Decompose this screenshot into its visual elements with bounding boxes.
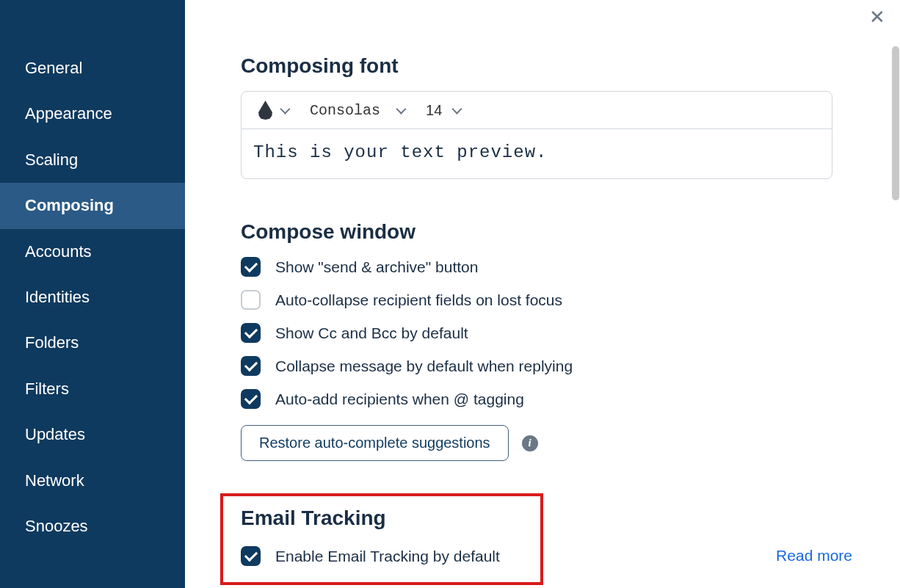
section-title-email-tracking: Email Tracking — [241, 507, 523, 530]
option-label: Auto-add recipients when @ tagging — [275, 391, 524, 408]
restore-autocomplete-button[interactable]: Restore auto-complete suggestions — [241, 425, 509, 461]
font-family-value: Consolas — [310, 102, 380, 119]
checkbox[interactable] — [241, 257, 261, 277]
sidebar-item-snoozes[interactable]: Snoozes — [0, 504, 185, 549]
sidebar-item-label: Folders — [25, 333, 79, 352]
sidebar-item-folders[interactable]: Folders — [0, 320, 185, 366]
option-auto-add-recipients: Auto-add recipients when @ tagging — [241, 389, 882, 409]
sidebar-item-scaling[interactable]: Scaling — [0, 137, 185, 183]
checkbox[interactable] — [241, 389, 261, 409]
settings-main: Composing font Consolas 14 This is your … — [185, 0, 890, 588]
email-tracking-highlight: Email Tracking Enable Email Tracking by … — [220, 493, 543, 585]
option-send-archive: Show "send & archive" button — [241, 257, 882, 277]
read-more-link[interactable]: Read more — [776, 547, 852, 564]
sidebar-item-label: Appearance — [25, 104, 112, 123]
settings-sidebar: General Appearance Scaling Composing Acc… — [0, 0, 185, 588]
option-label: Collapse message by default when replyin… — [275, 357, 573, 375]
close-icon[interactable]: ✕ — [869, 6, 885, 29]
ink-drop-icon — [258, 101, 273, 120]
chevron-down-icon — [396, 104, 406, 115]
sidebar-item-filters[interactable]: Filters — [0, 366, 185, 412]
sidebar-item-label: Filters — [25, 380, 69, 398]
section-title-composing-font: Composing font — [241, 54, 882, 78]
sidebar-item-label: Accounts — [25, 242, 92, 261]
sidebar-item-composing[interactable]: Composing — [0, 183, 185, 228]
font-settings-box: Consolas 14 This is your text preview. — [241, 91, 832, 179]
font-preview: This is your text preview. — [242, 129, 832, 178]
sidebar-item-label: Composing — [25, 196, 114, 214]
sidebar-item-updates[interactable]: Updates — [0, 412, 185, 457]
chevron-down-icon — [452, 104, 462, 115]
sidebar-item-appearance[interactable]: Appearance — [0, 91, 185, 137]
option-auto-collapse: Auto-collapse recipient fields on lost f… — [241, 290, 882, 310]
option-label: Enable Email Tracking by default — [275, 548, 500, 565]
sidebar-item-network[interactable]: Network — [0, 458, 185, 504]
option-label: Show Cc and Bcc by default — [275, 324, 468, 342]
info-icon[interactable]: i — [522, 435, 538, 451]
scrollbar-track[interactable] — [891, 0, 900, 588]
sidebar-item-label: Identities — [25, 288, 90, 306]
font-family-dropdown[interactable]: Consolas — [305, 101, 408, 120]
sidebar-item-label: Scaling — [25, 150, 78, 169]
font-size-dropdown[interactable]: 14 — [421, 101, 464, 120]
checkbox[interactable] — [241, 323, 261, 343]
read-more-anchor: Read more — [776, 547, 852, 565]
checkbox[interactable] — [241, 290, 261, 310]
sidebar-item-label: Network — [25, 471, 84, 490]
option-show-cc-bcc: Show Cc and Bcc by default — [241, 323, 882, 343]
option-enable-tracking: Enable Email Tracking by default — [241, 546, 523, 566]
font-size-value: 14 — [426, 102, 442, 119]
font-controls: Consolas 14 — [242, 92, 832, 129]
sidebar-item-label: Updates — [25, 425, 85, 443]
option-label: Show "send & archive" button — [275, 258, 478, 276]
sidebar-item-general[interactable]: General — [0, 46, 185, 91]
section-title-compose-window: Compose window — [241, 220, 882, 244]
checkbox[interactable] — [241, 356, 261, 376]
sidebar-item-label: General — [25, 59, 82, 77]
restore-row: Restore auto-complete suggestions i — [241, 425, 882, 461]
option-label: Auto-collapse recipient fields on lost f… — [275, 291, 562, 309]
chevron-down-icon — [280, 104, 290, 115]
sidebar-item-accounts[interactable]: Accounts — [0, 229, 185, 275]
sidebar-item-identities[interactable]: Identities — [0, 275, 185, 320]
font-color-dropdown[interactable] — [253, 99, 292, 121]
sidebar-item-label: Snoozes — [25, 517, 88, 535]
option-collapse-reply: Collapse message by default when replyin… — [241, 356, 882, 376]
scrollbar-thumb[interactable] — [892, 46, 899, 200]
checkbox[interactable] — [241, 546, 261, 566]
